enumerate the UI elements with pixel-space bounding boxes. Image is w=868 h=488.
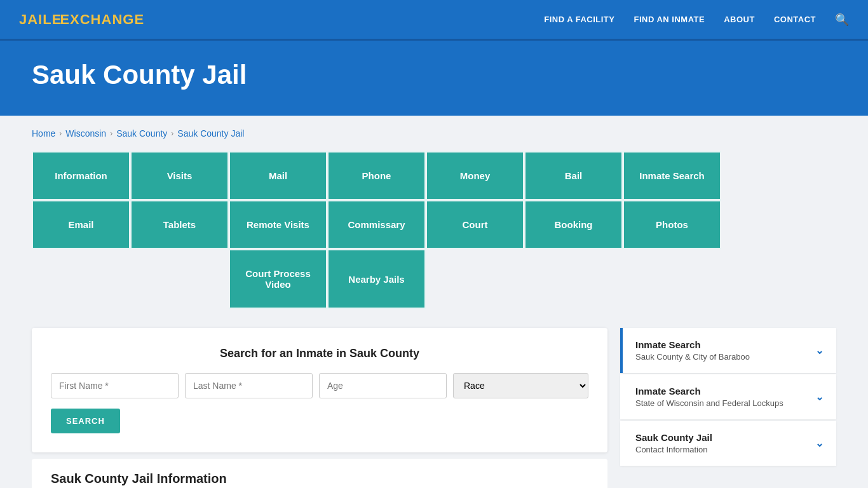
grid-btn-tablets[interactable]: Tablets: [130, 200, 229, 249]
last-name-input[interactable]: [185, 373, 313, 398]
nav-find-inmate[interactable]: FIND AN INMATE: [634, 15, 705, 24]
search-fields: Race White Black Hispanic Asian Native A…: [51, 373, 588, 398]
grid-btn-nearby-jails[interactable]: Nearby Jails: [327, 249, 426, 309]
grid-btn-court-process-video[interactable]: Court Process Video: [229, 249, 327, 309]
race-select[interactable]: Race White Black Hispanic Asian Native A…: [453, 373, 588, 398]
sidebar-item-sauk-baraboo[interactable]: Inmate Search Sauk County & City of Bara…: [620, 328, 836, 373]
nav-contact[interactable]: CONTACT: [774, 15, 816, 24]
chevron-down-icon-2: ⌄: [815, 437, 824, 449]
sidebar-item-contact-info[interactable]: Sauk County Jail Contact Information ⌄: [620, 421, 836, 466]
search-title: Search for an Inmate in Sauk County: [51, 347, 588, 360]
grid-btn-money[interactable]: Money: [426, 151, 524, 200]
sidebar-item-wisconsin-federal-subtitle: State of Wisconsin and Federal Lockups: [635, 398, 783, 408]
breadcrumb-sep-2: ›: [110, 129, 112, 138]
chevron-down-icon-1: ⌄: [815, 391, 824, 403]
logo-jail: JAIL: [19, 11, 52, 27]
hero-section: Sauk County Jail: [0, 41, 868, 116]
breadcrumb-sauk-jail[interactable]: Sauk County Jail: [177, 128, 244, 139]
sidebar-item-contact-subtitle: Contact Information: [635, 445, 712, 454]
left-column: Search for an Inmate in Sauk County Race…: [32, 328, 607, 488]
content-area: Search for an Inmate in Sauk County Race…: [32, 328, 836, 488]
age-input[interactable]: [319, 373, 447, 398]
chevron-down-icon-0: ⌄: [815, 344, 824, 356]
sidebar-item-sauk-baraboo-subtitle: Sauk County & City of Baraboo: [635, 352, 750, 362]
main-nav: FIND A FACILITY FIND AN INMATE ABOUT CON…: [544, 13, 849, 27]
sidebar: Inmate Search Sauk County & City of Bara…: [620, 328, 836, 466]
info-section-title: Sauk County Jail Information: [51, 471, 588, 486]
grid-row-2: Email Tablets Remote Visits Commissary C…: [32, 200, 721, 249]
page-title: Sauk County Jail: [32, 60, 836, 90]
site-logo[interactable]: JAILEEXCHANGE: [19, 11, 144, 28]
grid-row-1: Information Visits Mail Phone Money Bail…: [32, 151, 721, 200]
inmate-search-box: Search for an Inmate in Sauk County Race…: [32, 328, 607, 452]
grid-btn-booking[interactable]: Booking: [524, 200, 623, 249]
grid-row-3: Court Process Video Nearby Jails: [229, 249, 426, 309]
grid-btn-email[interactable]: Email: [32, 200, 130, 249]
info-section: Sauk County Jail Information: [32, 459, 607, 488]
grid-btn-remote-visits[interactable]: Remote Visits: [229, 200, 327, 249]
breadcrumb-sep-1: ›: [59, 129, 62, 138]
nav-grid: Information Visits Mail Phone Money Bail…: [32, 151, 836, 309]
grid-btn-court[interactable]: Court: [426, 200, 524, 249]
breadcrumb-home[interactable]: Home: [32, 128, 55, 139]
breadcrumb-sauk-county[interactable]: Sauk County: [116, 128, 167, 139]
sidebar-item-wisconsin-federal-title: Inmate Search: [635, 386, 783, 396]
breadcrumb-wisconsin[interactable]: Wisconsin: [65, 128, 106, 139]
breadcrumb: Home › Wisconsin › Sauk County › Sauk Co…: [32, 128, 836, 139]
site-header: JAILEEXCHANGE FIND A FACILITY FIND AN IN…: [0, 0, 868, 41]
nav-find-facility[interactable]: FIND A FACILITY: [544, 15, 614, 24]
grid-btn-photos[interactable]: Photos: [623, 200, 721, 249]
breadcrumb-sep-3: ›: [171, 129, 173, 138]
grid-btn-information[interactable]: Information: [32, 151, 130, 200]
grid-btn-mail[interactable]: Mail: [229, 151, 327, 200]
header-search-button[interactable]: 🔍: [835, 13, 849, 27]
grid-btn-bail[interactable]: Bail: [524, 151, 623, 200]
nav-about[interactable]: ABOUT: [724, 15, 755, 24]
sidebar-item-wisconsin-federal[interactable]: Inmate Search State of Wisconsin and Fed…: [620, 374, 836, 419]
search-button[interactable]: SEARCH: [51, 409, 120, 433]
main-wrapper: Home › Wisconsin › Sauk County › Sauk Co…: [0, 116, 868, 488]
logo-exchange: EXCHANGE: [60, 11, 144, 27]
sidebar-item-contact-title: Sauk County Jail: [635, 432, 712, 443]
grid-btn-visits[interactable]: Visits: [130, 151, 229, 200]
grid-btn-commissary[interactable]: Commissary: [327, 200, 426, 249]
grid-btn-phone[interactable]: Phone: [327, 151, 426, 200]
grid-btn-inmate-search[interactable]: Inmate Search: [623, 151, 721, 200]
sidebar-item-sauk-baraboo-title: Inmate Search: [635, 339, 750, 350]
first-name-input[interactable]: [51, 373, 179, 398]
